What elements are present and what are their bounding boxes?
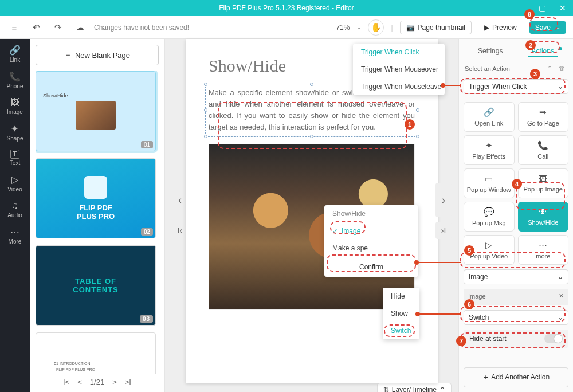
zoom-value[interactable]: 71% [336, 23, 350, 32]
thumb-image [76, 101, 116, 130]
add-another-action-button[interactable]: ＋ Add Another Action [464, 367, 568, 387]
action-open-link[interactable]: 🔗Open Link [464, 102, 515, 132]
video-icon: ▷ [485, 240, 492, 250]
maximize-button[interactable]: ▢ [532, 0, 552, 16]
trigger-select[interactable]: Trigger When Click⌄ [464, 79, 568, 94]
audio-icon: ♫ [11, 201, 18, 211]
page-next-button[interactable]: › [435, 183, 452, 217]
page-thumb-4[interactable]: 01 INTRODUCTION FLIP PDF PLUS PRO02 QUIC… [36, 332, 156, 374]
collapse-delete-icons[interactable]: ⌃ 🗑 [547, 65, 567, 72]
page-thumb-1[interactable]: Show/Hide 01 [36, 71, 156, 151]
page-thumb-3[interactable]: TABLE OF CONTENTS 03 [36, 245, 156, 326]
tool-phone[interactable]: 📞Phone [7, 71, 23, 89]
image-section-label: Image [468, 293, 486, 300]
action-popup-msg[interactable]: 💬Pop up Msg [464, 202, 515, 232]
select-action-label: Select an Action [465, 65, 510, 72]
image-icon: 🖼 [10, 97, 19, 108]
action-popup-window[interactable]: ▭Pop up Window [464, 168, 515, 198]
camera-icon: 📷 [406, 23, 415, 32]
new-blank-page-button[interactable]: ＋New Blank Page [36, 45, 159, 65]
action-show-hide[interactable]: 👁Show/Hide [518, 202, 569, 232]
close-button[interactable]: ✕ [552, 0, 573, 16]
action-more[interactable]: ⋯more [518, 235, 569, 265]
last-page-icon[interactable]: >I [125, 378, 131, 386]
mode-show-option[interactable]: Show [383, 305, 419, 322]
page-last-button[interactable]: ›I [435, 222, 452, 239]
right-panel: Settings Actions Select an Action ⌃ 🗑 Tr… [458, 39, 573, 392]
chevron-up-icon: ⌃ [439, 386, 445, 392]
trigger-mouseover-option[interactable]: Trigger When Mouseover [353, 61, 445, 78]
tool-image[interactable]: 🖼Image [7, 97, 23, 115]
trigger-menu: Trigger When Click Trigger When Mouseove… [353, 44, 445, 95]
cloud-icon: ☁ [72, 20, 87, 35]
action-call[interactable]: 📞Call [518, 135, 569, 165]
arrow-right-icon: ➡ [539, 107, 547, 117]
trigger-mouseleave-option[interactable]: Trigger When Mouseleave [353, 78, 445, 95]
app-title: Flip PDF Plus Pro 5.1.23 Registered - Ed… [219, 4, 354, 12]
hide-at-start-toggle[interactable] [544, 334, 563, 343]
zoom-chevron-icon[interactable]: ⌄ [356, 24, 361, 30]
page-thumbnails-panel: ＋New Blank Page Show/Hide 01 FLIP PDF PL… [30, 39, 165, 392]
chevron-down-icon: ⌄ [556, 24, 560, 30]
mode-switch-option[interactable]: Switch [383, 322, 419, 339]
mode-menu: Hide Show Switch [383, 288, 419, 339]
text-icon: T [10, 150, 19, 159]
tool-link[interactable]: 🔗Link [9, 45, 21, 63]
tab-settings[interactable]: Settings [474, 46, 506, 57]
tool-more[interactable]: ⋯More [9, 226, 22, 245]
doc-icon [84, 176, 107, 199]
action-go-to-page[interactable]: ➡Go to Page [518, 102, 569, 132]
target-image-option[interactable]: ✓Image [324, 222, 418, 240]
phone-icon: 📞 [537, 140, 548, 151]
menu-icon[interactable]: ≡ [7, 20, 22, 35]
preview-button[interactable]: ▶Preview [478, 21, 523, 34]
more-icon: ⋯ [10, 226, 19, 237]
hand-tool-button[interactable]: ✋ [368, 19, 384, 36]
undo-icon[interactable]: ↶ [29, 20, 44, 35]
window-controls: — ▢ ✕ [511, 0, 573, 16]
mode-hide-option[interactable]: Hide [383, 288, 419, 305]
chevron-down-icon: ⌄ [558, 273, 563, 281]
image-icon: 🖼 [539, 174, 547, 183]
action-play-effects[interactable]: ✦Play Effects [464, 135, 515, 165]
target-menu: Show/Hide ✓Image Make a spe Confirm [324, 205, 418, 277]
trigger-click-option[interactable]: Trigger When Click [353, 44, 445, 61]
plus-icon: ＋ [64, 50, 72, 60]
shape-icon: ✦ [11, 123, 18, 134]
sparkle-icon: ✦ [485, 140, 493, 151]
target-menu-head: Show/Hide [324, 205, 418, 222]
tool-shape[interactable]: ✦Shape [7, 123, 23, 142]
page-thumbnail-button[interactable]: 📷Page thumbnail [400, 21, 472, 34]
tool-audio[interactable]: ♫Audio [7, 201, 22, 218]
target-make-option[interactable]: Make a spe [324, 240, 418, 257]
thumb-paginator: I< < 1/21 > >I [36, 374, 159, 386]
tool-video[interactable]: ▷Video [7, 174, 22, 193]
eye-icon: 👁 [539, 207, 547, 217]
chevron-down-icon: ⌄ [558, 313, 563, 322]
titlebar: Flip PDF Plus Pro 5.1.23 Registered - Ed… [0, 0, 573, 16]
next-page-icon[interactable]: > [112, 378, 117, 386]
redo-icon[interactable]: ↷ [50, 20, 65, 35]
chevron-down-icon: ⌄ [558, 83, 563, 91]
target-confirm-button[interactable]: Confirm [324, 257, 418, 277]
target-element-select[interactable]: Image⌄ [464, 269, 568, 284]
panel-tabs: Settings Actions [464, 44, 568, 60]
page-thumb-2[interactable]: FLIP PDF PLUS PRO 02 [36, 158, 156, 238]
more-icon: ⋯ [539, 240, 547, 250]
message-icon: 💬 [484, 207, 494, 217]
left-tool-rail: 🔗Link 📞Phone 🖼Image ✦Shape TText ▷Video … [0, 39, 30, 392]
phone-icon: 📞 [9, 71, 21, 82]
first-page-icon[interactable]: I< [63, 378, 69, 386]
hide-at-start-label: Hide at start [469, 335, 507, 343]
mode-select[interactable]: Switch⌄ [464, 310, 568, 325]
link-icon: 🔗 [484, 107, 494, 117]
save-button[interactable]: Save⌄ [529, 21, 566, 34]
layer-timeline-button[interactable]: ⇅Layer/Timeline⌃ [377, 383, 452, 392]
tool-text[interactable]: TText [10, 150, 20, 166]
check-icon: ✓ [332, 227, 338, 235]
prev-page-icon[interactable]: < [77, 378, 82, 386]
close-icon[interactable]: ✕ [559, 292, 564, 300]
unsaved-label: Changes have not been saved! [94, 23, 189, 32]
action-popup-image[interactable]: 🖼Pop up Image [518, 168, 569, 198]
page-counter: 1/21 [90, 378, 104, 386]
